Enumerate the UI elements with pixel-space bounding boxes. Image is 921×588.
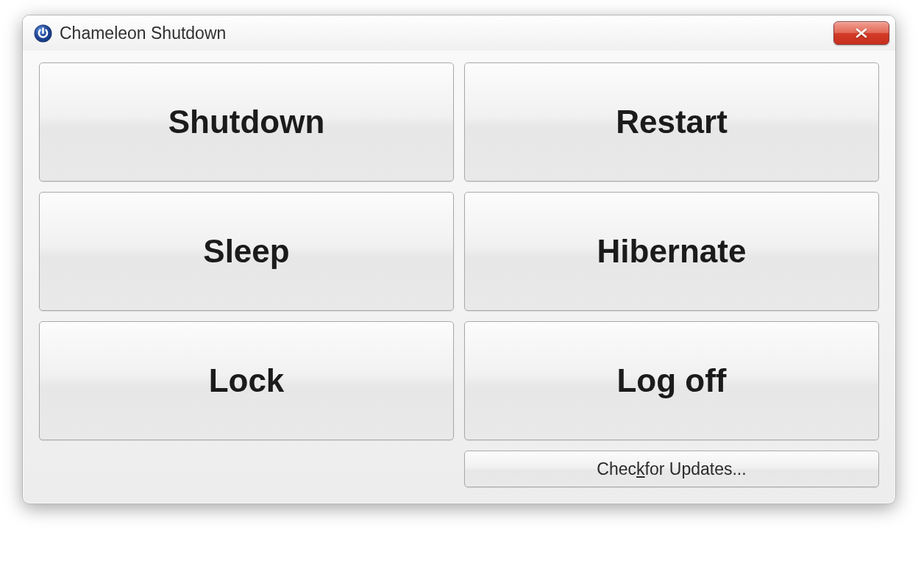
footer-spacer — [39, 451, 454, 487]
shutdown-button[interactable]: Shutdown — [39, 62, 454, 182]
window-title: Chameleon Shutdown — [60, 24, 226, 43]
action-grid: Shutdown Restart Sleep Hibernate Lock Lo… — [39, 62, 879, 440]
titlebar: Chameleon Shutdown — [23, 15, 895, 51]
power-icon — [33, 24, 52, 43]
sleep-button[interactable]: Sleep — [39, 192, 454, 311]
update-label-prefix: Chec — [597, 459, 636, 479]
logoff-button[interactable]: Log off — [464, 321, 879, 440]
app-window: Chameleon Shutdown Shutdown Restart Slee… — [22, 15, 896, 504]
check-updates-button[interactable]: Check for Updates... — [464, 451, 879, 487]
hibernate-button[interactable]: Hibernate — [464, 192, 879, 311]
close-icon — [854, 28, 869, 38]
update-label-suffix: for Updates... — [645, 459, 747, 479]
update-label-mnemonic: k — [636, 459, 645, 479]
close-button[interactable] — [833, 21, 889, 45]
titlebar-left: Chameleon Shutdown — [33, 24, 226, 43]
restart-button[interactable]: Restart — [464, 62, 879, 182]
content-area: Shutdown Restart Sleep Hibernate Lock Lo… — [23, 51, 895, 503]
footer-row: Check for Updates... — [39, 451, 879, 487]
lock-button[interactable]: Lock — [39, 321, 454, 440]
